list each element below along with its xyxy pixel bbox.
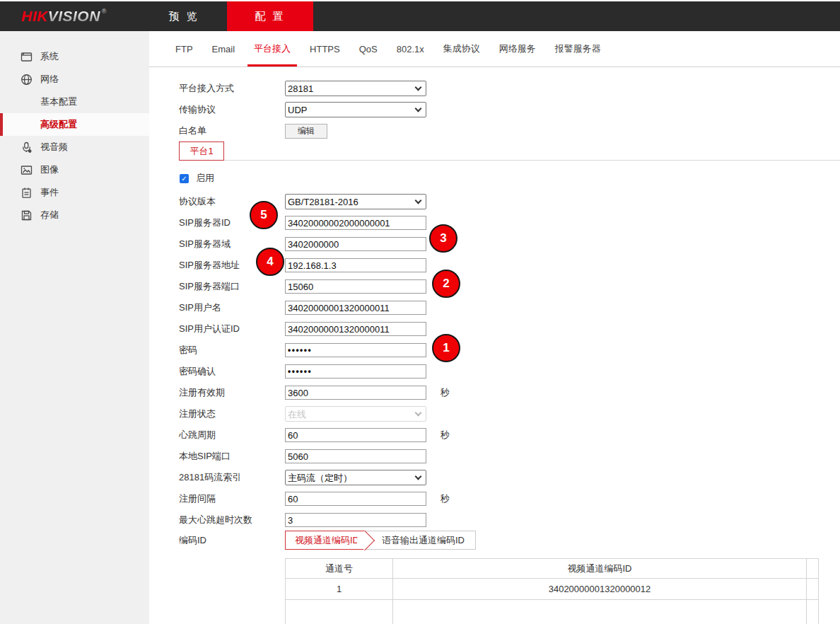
enable-checkbox[interactable]: ✓ bbox=[180, 174, 189, 183]
subtab-qos[interactable]: QoS bbox=[354, 31, 383, 67]
subtab-8021x[interactable]: 802.1x bbox=[392, 31, 429, 67]
form-row: SIP用户认证ID bbox=[179, 318, 840, 340]
form-row: 协议版本GB/T28181-2016 bbox=[179, 191, 840, 212]
form-row: 注册间隔秒 bbox=[179, 488, 840, 509]
registration-interval-input[interactable] bbox=[285, 492, 426, 506]
form-row: 平台接入方式28181 bbox=[179, 78, 840, 99]
sidebar-item-label: 图像 bbox=[40, 163, 59, 176]
subtab-platform-access[interactable]: 平台接入 bbox=[249, 31, 296, 67]
hikvision-logo: HIKVISION® bbox=[21, 1, 107, 31]
stream-index-select[interactable]: 主码流（定时） bbox=[285, 470, 426, 485]
form-row: 密码确认 bbox=[179, 361, 840, 382]
form-row: 本地SIP端口 bbox=[179, 446, 840, 467]
form-row: 心跳周期秒 bbox=[179, 424, 840, 446]
tab-video-channel-encoding-id[interactable]: 视频通道编码ID bbox=[285, 531, 365, 550]
sidebar-item-audio-video[interactable]: 视音频 bbox=[0, 136, 149, 158]
subtab-email[interactable]: Email bbox=[207, 31, 240, 67]
top-tab-preview[interactable]: 预 览 bbox=[141, 1, 227, 31]
heartbeat-period-input[interactable] bbox=[285, 428, 426, 442]
subtab-network-service[interactable]: 网络服务 bbox=[494, 31, 541, 67]
field-label: 密码确认 bbox=[179, 365, 285, 378]
sip-server-id-input[interactable] bbox=[285, 216, 426, 230]
whitelist-edit-button[interactable]: 编辑 bbox=[285, 124, 327, 139]
field-label: 注册状态 bbox=[179, 408, 285, 420]
field-label: SIP用户认证ID bbox=[179, 323, 285, 335]
password-confirm-input[interactable] bbox=[285, 364, 426, 379]
field-label: 28181码流索引 bbox=[179, 471, 285, 484]
sidebar-item-label: 存储 bbox=[40, 209, 59, 221]
registered-trademark-icon: ® bbox=[102, 8, 107, 15]
sidebar-item-label: 系统 bbox=[40, 50, 59, 63]
sidebar-item-event[interactable]: 事件 bbox=[0, 181, 149, 204]
sip-username-input[interactable] bbox=[285, 301, 426, 315]
max-heartbeat-timeout-input[interactable] bbox=[285, 513, 426, 527]
sip-server-port-input[interactable] bbox=[285, 279, 426, 294]
table-row: 134020000001320000012 bbox=[286, 579, 819, 600]
top-tab-config[interactable]: 配 置 bbox=[227, 1, 313, 31]
storage-icon bbox=[21, 209, 33, 221]
channel-table-head: 通道号视频通道编码ID bbox=[286, 559, 819, 579]
transport-protocol-select[interactable]: UDP bbox=[285, 102, 426, 117]
sidebar-item-basic-config[interactable]: 基本配置 bbox=[0, 91, 149, 113]
registration-validity-input[interactable] bbox=[285, 386, 426, 400]
form-row: 白名单编辑 bbox=[179, 120, 840, 141]
tab-platform-1[interactable]: 平台1 bbox=[179, 141, 224, 161]
sidebar-item-storage[interactable]: 存储 bbox=[0, 204, 149, 226]
logo-hik: HIK bbox=[21, 8, 48, 25]
platform-tab-strip: 平台1 bbox=[179, 141, 840, 161]
field-label: 心跳周期 bbox=[179, 429, 285, 441]
field-label: 平台接入方式 bbox=[179, 82, 285, 95]
form-row: 注册有效期秒 bbox=[179, 382, 840, 403]
local-sip-port-input[interactable] bbox=[285, 449, 426, 463]
password-input[interactable] bbox=[285, 343, 426, 357]
field-label: 白名单 bbox=[179, 125, 285, 137]
annotation-circle-1: 1 bbox=[432, 334, 460, 362]
sidebar-item-label: 视音频 bbox=[40, 141, 68, 154]
tab-audio-output-channel-encoding-id[interactable]: 语音输出通道编码ID bbox=[363, 531, 476, 550]
sidebar-item-image[interactable]: 图像 bbox=[0, 158, 149, 181]
subtab-https[interactable]: HTTPS bbox=[305, 31, 345, 67]
subtab-alarm-server[interactable]: 报警服务器 bbox=[550, 31, 606, 67]
field-label: SIP用户名 bbox=[179, 301, 285, 314]
field-label: 传输协议 bbox=[179, 103, 285, 116]
form-row: 传输协议UDP bbox=[179, 99, 840, 120]
table-row bbox=[286, 600, 819, 624]
transport-protocol-select[interactable]: UDP bbox=[285, 102, 426, 117]
table-cell bbox=[286, 600, 393, 624]
form-rows-main: 协议版本GB/T28181-2016SIP服务器IDSIP服务器域SIP服务器地… bbox=[179, 191, 840, 531]
table-cell: 1 bbox=[286, 579, 393, 600]
subtab-integration-protocol[interactable]: 集成协议 bbox=[438, 31, 485, 67]
protocol-version-select[interactable]: GB/T28181-2016 bbox=[285, 194, 426, 209]
field-label: 最大心跳超时次数 bbox=[179, 514, 285, 526]
sidebar: 系统网络基本配置高级配置视音频图像事件存储 bbox=[0, 31, 149, 624]
sip-user-auth-id-input[interactable] bbox=[285, 322, 426, 336]
platform-access-mode-select[interactable]: 28181 bbox=[285, 81, 426, 96]
table-header-cell: 通道号 bbox=[286, 559, 393, 579]
field-label: 注册有效期 bbox=[179, 386, 285, 399]
platform-access-mode-select[interactable]: 28181 bbox=[285, 81, 426, 96]
table-header-row: 通道号视频通道编码ID bbox=[286, 559, 819, 579]
field-label-encoding-id: 编码ID bbox=[179, 531, 285, 550]
stream-index-select[interactable]: 主码流（定时） bbox=[285, 470, 426, 485]
form-row: SIP服务器ID bbox=[179, 212, 840, 233]
protocol-version-select[interactable]: GB/T28181-2016 bbox=[285, 194, 426, 209]
unit-label: 秒 bbox=[441, 492, 450, 505]
subtab-ftp[interactable]: FTP bbox=[170, 31, 198, 67]
field-label: 密码 bbox=[179, 344, 285, 357]
sidebar-item-network[interactable]: 网络 bbox=[0, 68, 149, 91]
form-row: 注册状态在线 bbox=[179, 403, 840, 424]
field-label: 本地SIP端口 bbox=[179, 450, 285, 463]
unit-label: 秒 bbox=[441, 386, 450, 399]
field-label: 注册间隔 bbox=[179, 492, 285, 505]
table-cell bbox=[393, 600, 807, 624]
sip-server-address-input[interactable] bbox=[285, 258, 426, 272]
sidebar-item-system[interactable]: 系统 bbox=[0, 45, 149, 68]
registration-status-select[interactable]: 在线 bbox=[285, 406, 426, 422]
sidebar-item-label: 基本配置 bbox=[40, 96, 77, 108]
registration-status-select[interactable]: 在线 bbox=[285, 406, 426, 422]
table-cell bbox=[807, 579, 819, 600]
image-icon bbox=[21, 164, 33, 176]
sip-server-domain-input[interactable] bbox=[285, 237, 426, 251]
sidebar-item-advanced-config[interactable]: 高级配置 bbox=[0, 113, 149, 136]
event-icon bbox=[21, 187, 33, 199]
